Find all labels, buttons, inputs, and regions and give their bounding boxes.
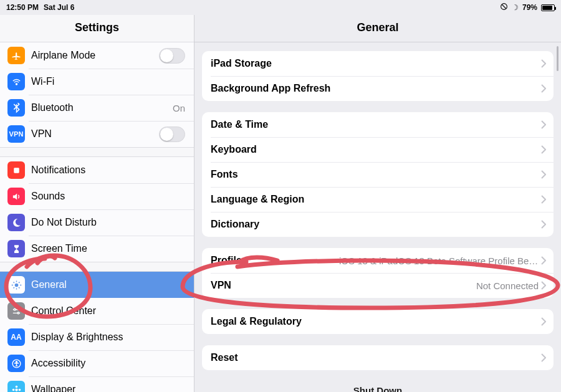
chevron-right-icon (541, 84, 546, 93)
flower-icon (7, 381, 25, 392)
sidebar-item-label: Control Center (31, 305, 185, 317)
settings-card: Date & Time Keyboard Fonts Language & Re… (202, 112, 554, 237)
main-title: General (194, 15, 561, 42)
airplane-icon (7, 47, 25, 64)
bell-icon (7, 161, 25, 179)
row-value: Not Connected (476, 280, 539, 291)
wifi-icon (7, 73, 25, 90)
settings-card: Legal & Regulatory (202, 309, 554, 334)
sidebar-item-controlcenter[interactable]: Control Center (0, 298, 194, 324)
sidebar-item-label: Do Not Disturb (31, 217, 185, 228)
sidebar-item-label: General (31, 279, 185, 290)
sidebar-item-label: Accessibility (31, 358, 185, 369)
sidebar-item-airplane[interactable]: Airplane Mode (0, 42, 194, 69)
sidebar-title: Settings (0, 15, 194, 42)
row-fonts[interactable]: Fonts (202, 162, 554, 187)
gear-icon (7, 276, 25, 294)
shutdown-button[interactable]: Shut Down (202, 381, 554, 392)
status-time: 12:50 PM (6, 3, 39, 12)
row-label: Language & Region (211, 194, 541, 205)
sidebar-item-wifi[interactable]: Wi-Fi (0, 69, 194, 95)
sidebar-item-notifications[interactable]: Notifications (0, 157, 194, 183)
status-bar: 12:50 PM Sat Jul 6 ☽ 79% (0, 0, 561, 15)
row-label: iPad Storage (211, 58, 541, 69)
row-label: Background App Refresh (211, 83, 541, 94)
row-keyboard[interactable]: Keyboard (202, 137, 554, 162)
chevron-right-icon (541, 317, 546, 326)
row-profile[interactable]: Profile iOS 13 & iPadOS 13 Beta Software… (202, 248, 554, 273)
bluetooth-value: On (173, 103, 185, 113)
row-language-region[interactable]: Language & Region (202, 187, 554, 212)
sidebar-item-dnd[interactable]: Do Not Disturb (0, 209, 194, 236)
chevron-right-icon (541, 281, 546, 290)
row-label: Date & Time (211, 119, 541, 130)
sidebar-group: Notifications Sounds Do Not Disturb (0, 156, 194, 262)
sidebar-item-bluetooth[interactable]: Bluetooth On (0, 95, 194, 121)
sidebar-item-label: Notifications (31, 165, 185, 176)
svg-point-5 (14, 308, 16, 310)
settings-sidebar: Settings Airplane Mode Wi-Fi (0, 15, 194, 392)
chevron-right-icon (541, 256, 546, 265)
svg-point-4 (15, 284, 17, 286)
row-label: Profile (211, 255, 339, 266)
chevron-right-icon (541, 170, 546, 179)
row-value: iOS 13 & iPadOS 13 Beta Software Profile… (339, 256, 539, 266)
row-date-time[interactable]: Date & Time (202, 112, 554, 137)
vpn-icon: VPN (7, 125, 25, 143)
sidebar-item-label: Wi-Fi (31, 76, 185, 87)
bluetooth-icon (7, 99, 25, 117)
sidebar-item-label: VPN (31, 128, 159, 140)
settings-card: Reset (202, 345, 554, 370)
moon-icon (7, 214, 25, 231)
sliders-icon (7, 302, 25, 320)
scrollbar[interactable] (557, 46, 559, 71)
row-background-refresh[interactable]: Background App Refresh (202, 76, 554, 101)
chevron-right-icon (541, 145, 546, 154)
row-vpn[interactable]: VPN Not Connected (202, 273, 554, 298)
sidebar-item-general[interactable]: General (0, 272, 194, 298)
row-label: Dictionary (211, 219, 541, 230)
hourglass-icon (7, 240, 25, 257)
accessibility-icon (7, 355, 25, 372)
row-label: Legal & Regulatory (211, 316, 541, 327)
sidebar-item-accessibility[interactable]: Accessibility (0, 350, 194, 376)
speaker-icon (7, 188, 25, 205)
sidebar-item-wallpaper[interactable]: Wallpaper (0, 376, 194, 392)
sidebar-item-label: Sounds (31, 191, 185, 202)
sidebar-item-display[interactable]: AA Display & Brightness (0, 324, 194, 350)
svg-point-13 (18, 388, 21, 391)
svg-point-10 (15, 385, 17, 388)
row-label: VPN (211, 280, 476, 291)
sidebar-item-label: Wallpaper (31, 384, 185, 392)
row-ipad-storage[interactable]: iPad Storage (202, 51, 554, 76)
sidebar-item-vpn[interactable]: VPN VPN (0, 121, 194, 147)
row-label: Fonts (211, 169, 541, 180)
sidebar-item-label: Screen Time (31, 243, 185, 254)
chevron-right-icon (541, 220, 546, 229)
battery-icon (541, 4, 555, 11)
chevron-right-icon (541, 195, 546, 204)
svg-point-8 (16, 361, 17, 362)
sidebar-item-sounds[interactable]: Sounds (0, 183, 194, 209)
vpn-toggle[interactable] (159, 127, 185, 142)
row-label: Reset (211, 352, 541, 363)
row-legal[interactable]: Legal & Regulatory (202, 309, 554, 334)
airplane-toggle[interactable] (159, 48, 185, 64)
settings-card: iPad Storage Background App Refresh (202, 51, 554, 101)
display-icon: AA (7, 328, 25, 346)
sidebar-item-screentime[interactable]: Screen Time (0, 236, 194, 262)
svg-point-2 (16, 83, 17, 84)
chevron-right-icon (541, 59, 546, 68)
settings-card: Profile iOS 13 & iPadOS 13 Beta Software… (202, 248, 554, 298)
row-label: Keyboard (211, 144, 541, 155)
sidebar-group: General Control Center AA Display & Brig… (0, 271, 194, 392)
sidebar-item-label: Display & Brightness (31, 332, 185, 343)
moon-icon: ☽ (512, 3, 519, 12)
row-reset[interactable]: Reset (202, 345, 554, 370)
chevron-right-icon (541, 120, 546, 129)
svg-point-9 (15, 388, 17, 391)
svg-point-6 (17, 312, 19, 313)
row-dictionary[interactable]: Dictionary (202, 212, 554, 237)
sidebar-item-label: Airplane Mode (31, 50, 159, 61)
status-date: Sat Jul 6 (44, 3, 74, 12)
